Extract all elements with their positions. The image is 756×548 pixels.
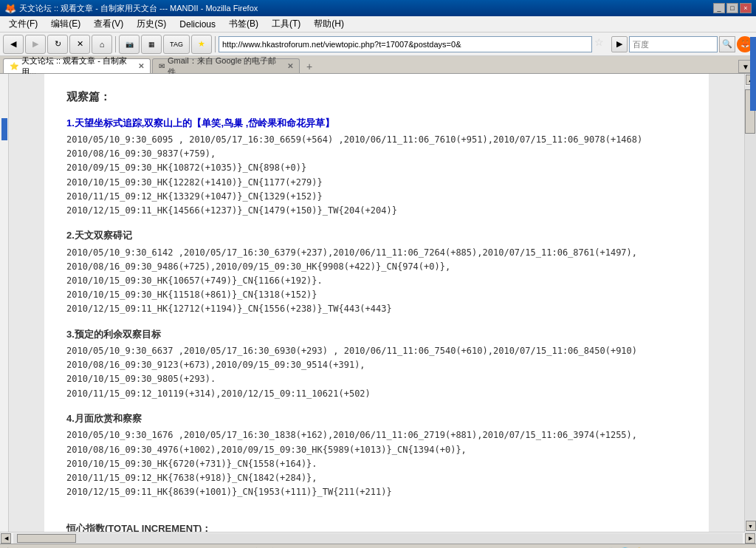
tag-icon: TAG	[170, 41, 183, 48]
section-4-line-4: 2010/12/15_09:11_HK{8639(+1001)}_CN{1953…	[66, 485, 687, 499]
tag-button[interactable]: TAG	[163, 35, 190, 54]
section-4-line-3: 2010/11/15_09:12_HK{7638(+918)}_CN{1842(…	[66, 471, 687, 485]
url-bar: ☆ ▶	[219, 36, 628, 52]
tabs-bar: ⭐ 天文论坛 :: 观看文章 - 自制家用... ✕ ✉ Gmail：来自 Go…	[0, 56, 756, 74]
search-input[interactable]	[629, 36, 718, 52]
section-1-line-1: 2010/08/16_09:30_9837(+759),	[66, 147, 687, 161]
scroll-accent-left	[1, 118, 7, 140]
section-4-label: 4.月面欣赏和察察	[66, 413, 142, 424]
section-4-line-0: 2010/05/10_9:30_1676 ,2010/05/17_16:30_1…	[66, 428, 687, 442]
section-3-line-0: 2010/05/10_9:30_6637 ,2010/05/17_16:30_6…	[66, 344, 687, 358]
section-2-title: 2.天文双察碍记	[66, 228, 687, 243]
menu-file[interactable]: 文件(F)	[3, 16, 44, 32]
menu-bookmarks[interactable]: 书签(B)	[223, 16, 264, 32]
new-tab-button[interactable]: +	[303, 60, 316, 73]
window-controls[interactable]: _ □ ×	[713, 3, 752, 13]
menu-delicious[interactable]: Delicious	[173, 18, 221, 31]
home-button[interactable]: ⌂	[92, 35, 112, 54]
reload-button[interactable]: ↻	[47, 35, 68, 54]
section-2-line-0: 2010/05/10_9:30_6142 ,2010/05/17_16:30_6…	[66, 246, 687, 260]
section-2-line-1: 2010/08/16_09:30_9486(+725),2010/09/15_0…	[66, 260, 687, 274]
tab-1-close[interactable]: ✕	[287, 62, 293, 70]
section-2-label: 2.天文双察碍记	[66, 230, 132, 241]
section-3-title: 3.预定的利余双察目标	[66, 327, 687, 342]
tab-bar-empty[interactable]	[316, 56, 738, 73]
section-4-line-2: 2010/10/15_09:30_HK{6720(+731)}_CN{1558(…	[66, 457, 687, 471]
back-button[interactable]: ◀	[3, 35, 24, 54]
vertical-scrollbar: ▲ ▼	[744, 74, 756, 532]
content-heading: 观察篇：	[66, 89, 687, 106]
status-bar: 完成 天文天文论坛 www.astronomy.com.cn 🔒 🌐 🔔 🛡 m…	[0, 544, 756, 548]
scroll-right-accent	[750, 37, 756, 111]
menu-help[interactable]: 帮助(H)	[308, 16, 350, 32]
forward-button[interactable]: ▶	[25, 35, 46, 54]
download-button[interactable]: ▦	[141, 35, 162, 54]
go-button[interactable]: ▶	[611, 36, 628, 52]
search-bar: 🔍	[629, 36, 735, 52]
screenshot-icon: 📷	[126, 41, 134, 48]
hscroll-thumb[interactable]	[17, 534, 76, 543]
left-sidebar	[0, 74, 9, 532]
section-1-line-5: 2010/12/15_09:11_HK{14566(+1237)}_CN{147…	[66, 204, 687, 218]
toolbar-separator-2	[215, 36, 216, 52]
tab-0-icon: ⭐	[10, 62, 18, 70]
title-bar: 🦊 天文论坛 :: 观看文章 - 自制家用天文台 --- MANDII - Mo…	[0, 0, 756, 16]
star-icon: ★	[198, 39, 205, 49]
toolbar: ◀ ▶ ↻ ✕ ⌂ 📷 ▦ TAG ★ ☆ ▶ 🔍 🦊	[0, 32, 756, 56]
toolbar-separator-1	[115, 36, 116, 52]
section-1-title: 1.天望坐标式追踪,双察山上的【单笑,鸟巢 ,岱岭果和命花异草】	[66, 116, 687, 131]
section-3-line-1: 2010/08/16_09:30_9123(+673),2010/09/15_0…	[66, 358, 687, 372]
section-4-title: 4.月面欣赏和察察	[66, 411, 687, 426]
screenshot-button[interactable]: 📷	[119, 35, 140, 54]
minimize-button[interactable]: _	[713, 3, 725, 13]
menu-view[interactable]: 查看(V)	[88, 16, 129, 32]
close-button[interactable]: ×	[740, 3, 752, 13]
section-1-line-3: 2010/10/15_09:30_HK{12282(+1410)}_CN{117…	[66, 176, 687, 190]
section-1-line-0: 2010/05/10_9:30_6095 , 2010/05/17_16:30_…	[66, 133, 687, 147]
section-2-line-4: 2010/12/15_09:11_HK{12712(+1194)}_CN{155…	[66, 302, 687, 316]
tab-0-close[interactable]: ✕	[138, 62, 144, 70]
app-icon: 🦊	[4, 3, 16, 14]
section-3-label: 3.预定的利余双察目标	[66, 329, 161, 340]
window-title: 天文论坛 :: 观看文章 - 自制家用天文台 --- MANDII - Mozi…	[19, 3, 258, 14]
section-3-line-2: 2010/10/15_09:30_9805(+293).	[66, 372, 687, 386]
scroll-left-button[interactable]: ◀	[1, 533, 11, 544]
tab-0[interactable]: ⭐ 天文论坛 :: 观看文章 - 自制家用... ✕	[3, 58, 151, 73]
tab-1-icon: ✉	[159, 62, 165, 70]
download-icon: ▦	[148, 41, 155, 48]
horizontal-scrollbar: ◀ ▶	[0, 532, 756, 544]
menu-tools[interactable]: 工具(T)	[266, 16, 306, 32]
footer-heading: 恒心指数(TOTAL INCREMENT)：	[66, 521, 687, 532]
maximize-button[interactable]: □	[726, 3, 738, 13]
back-icon: ◀	[10, 39, 16, 49]
footer-section: 恒心指数(TOTAL INCREMENT)： 2010/05/17_16:30（…	[66, 521, 687, 532]
section-4-line-1: 2010/08/16_09:30_4976(+1002),2010/09/15_…	[66, 443, 687, 457]
scroll-down-button[interactable]: ▼	[746, 521, 756, 531]
hscroll-track[interactable]	[13, 533, 743, 544]
section-2-line-3: 2010/10/15_09:30_HK{11518(+861)}_CN{1318…	[66, 288, 687, 302]
tab-1[interactable]: ✉ Gmail：来自 Google 的电子邮件 ✕	[152, 58, 300, 73]
home-icon: ⌂	[100, 40, 105, 49]
section-1-line-2: 2010/09/15_09:30_HK{10872(+1035)}_CN{898…	[66, 161, 687, 175]
stop-icon: ✕	[77, 39, 83, 49]
menu-history[interactable]: 历史(S)	[131, 16, 172, 32]
stop-button[interactable]: ✕	[69, 35, 90, 54]
url-input[interactable]	[219, 36, 592, 52]
page-content[interactable]: 观察篇： 1.天望坐标式追踪,双察山上的【单笑,鸟巢 ,岱岭果和命花异草】 20…	[44, 74, 709, 532]
section-2-line-2: 2010/10/15_09:30_HK{10657(+749)}_CN{1166…	[66, 274, 687, 288]
window-title-area: 🦊 天文论坛 :: 观看文章 - 自制家用天文台 --- MANDII - Mo…	[4, 3, 258, 14]
scroll-track[interactable]	[745, 86, 756, 521]
section-1-link[interactable]: 1.天望坐标式追踪,双察山上的【单笑,鸟巢 ,岱岭果和命花异草】	[66, 117, 334, 129]
content-wrapper: 观察篇： 1.天望坐标式追踪,双察山上的【单笑,鸟巢 ,岱岭果和命花异草】 20…	[0, 74, 756, 532]
menu-bar: 文件(F) 编辑(E) 查看(V) 历史(S) Delicious 书签(B) …	[0, 16, 756, 32]
section-1-line-4: 2010/11/15_09:12_HK{13329(+1047)}_CN{132…	[66, 190, 687, 204]
reload-icon: ↻	[55, 39, 61, 49]
main-content: 观察篇： 1.天望坐标式追踪,双察山上的【单笑,鸟巢 ,岱岭果和命花异草】 20…	[9, 74, 744, 532]
menu-edit[interactable]: 编辑(E)	[45, 16, 86, 32]
bookmark-star-icon[interactable]: ☆	[594, 36, 609, 52]
search-button[interactable]: 🔍	[719, 36, 735, 52]
section-3-line-3: 2010/11/15_09:12_10119(+314),2010/12/15_…	[66, 387, 687, 401]
star-button[interactable]: ★	[191, 35, 212, 54]
forward-icon: ▶	[32, 39, 38, 49]
scroll-right-button[interactable]: ▶	[745, 533, 755, 544]
